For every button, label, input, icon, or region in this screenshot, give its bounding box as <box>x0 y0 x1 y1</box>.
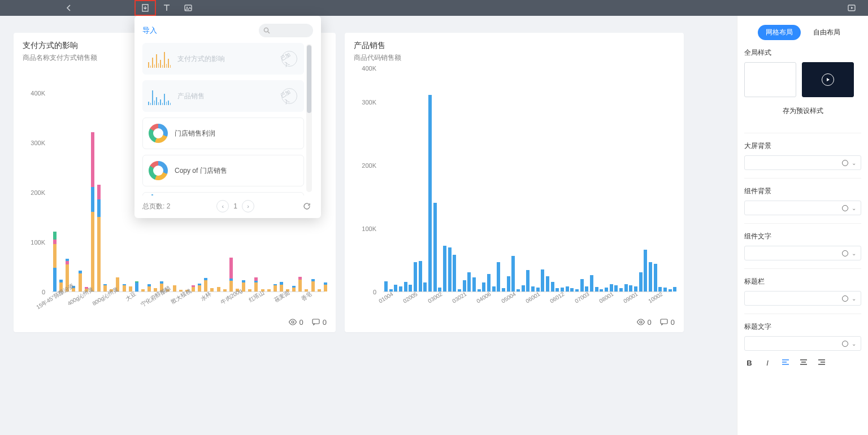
field-label: 标题文字 <box>744 322 861 332</box>
field-label: 组件背景 <box>744 186 861 196</box>
align-left-icon[interactable] <box>780 358 791 368</box>
layout-tabs: 网格布局 自由布局 <box>744 25 861 40</box>
import-icon[interactable] <box>134 0 156 16</box>
import-item[interactable]: 产品销售已加入 <box>142 80 304 112</box>
added-badge: 已加入 <box>281 88 297 104</box>
field-label: 大屏背景 <box>744 141 861 151</box>
side-panel: 网格布局 自由布局 全局样式 存为预设样式 大屏背景⌄组件背景⌄组件文字⌄标题栏… <box>737 16 868 435</box>
chart-card-right[interactable]: 产品销售 商品代码销售额 0100K200K300K400K 010040200… <box>345 33 684 332</box>
circle-icon <box>842 205 848 211</box>
back-button[interactable] <box>62 1 76 15</box>
eye-icon <box>636 317 645 327</box>
field-select[interactable]: ⌄ <box>744 246 861 260</box>
card-title: 产品销售 <box>354 41 675 51</box>
svg-point-5 <box>640 321 642 323</box>
search-icon <box>263 27 270 34</box>
field-select[interactable]: ⌄ <box>744 291 861 306</box>
image-icon[interactable] <box>177 0 199 16</box>
text-format-toolbar: B I <box>744 358 861 368</box>
chevron-down-icon: ⌄ <box>852 250 856 256</box>
donut-chart-icon <box>149 124 168 143</box>
align-center-icon[interactable] <box>798 358 809 368</box>
page-total-label: 总页数: 2 <box>142 202 170 211</box>
donut-chart-icon <box>149 161 168 180</box>
import-item[interactable]: 门店销售利润 <box>142 118 304 149</box>
eye-icon <box>288 317 297 327</box>
page-prev-button[interactable]: ‹ <box>216 200 229 212</box>
tab-grid-layout[interactable]: 网格布局 <box>758 25 801 40</box>
theme-dark[interactable] <box>802 62 854 97</box>
chevron-down-icon: ⌄ <box>852 205 856 211</box>
tab-free-layout[interactable]: 自由布局 <box>805 25 848 40</box>
field-select[interactable]: ⌄ <box>744 201 861 215</box>
canvas: 支付方式的影响 商品名称支付方式销售额 0100K200K300K400K 15… <box>0 16 737 435</box>
text-icon[interactable] <box>156 0 177 16</box>
field-select[interactable]: ⌄ <box>744 155 861 170</box>
comments-count: 0 <box>311 317 327 327</box>
page-next-button[interactable]: › <box>242 200 254 212</box>
field-label: 组件文字 <box>744 232 861 241</box>
comment-icon <box>659 317 669 327</box>
field-label: 标题栏 <box>744 277 861 286</box>
import-item-label: 支付方式的影响 <box>177 54 225 64</box>
import-item-label: 产品销售 <box>177 92 205 101</box>
import-panel: 导入 支付方式的影响已加入产品销售已加入门店销售利润Copy of 门店销售 总… <box>134 16 321 218</box>
svg-rect-4 <box>313 319 319 324</box>
import-panel-title: 导入 <box>142 25 157 36</box>
mini-bar-chart-icon <box>148 50 171 68</box>
import-item[interactable]: Copy of 门店销售 <box>142 155 304 186</box>
page-current: 1 <box>233 202 237 210</box>
circle-icon <box>842 250 848 256</box>
bold-icon[interactable]: B <box>744 358 754 368</box>
chevron-down-icon: ⌄ <box>852 160 856 166</box>
chart-right: 0100K200K300K400K 0100402005030020302104… <box>354 66 675 309</box>
card-footer: 0 0 <box>288 317 327 327</box>
import-item-label: 门店销售利润 <box>175 129 215 138</box>
play-circle-icon <box>822 73 834 86</box>
mini-bar-chart-icon <box>149 193 171 195</box>
circle-icon <box>842 295 848 302</box>
chevron-down-icon: ⌄ <box>852 295 856 302</box>
theme-light[interactable] <box>744 62 796 97</box>
views-count: 0 <box>636 317 652 327</box>
svg-point-7 <box>264 28 268 32</box>
italic-icon[interactable]: I <box>762 358 772 368</box>
field-select[interactable]: ⌄ <box>744 336 861 351</box>
section-global-style: 全局样式 <box>744 48 861 58</box>
import-item-label: Copy of 门店销售 <box>175 166 227 176</box>
card-subtitle: 商品代码销售额 <box>354 53 675 63</box>
added-badge: 已加入 <box>281 51 297 67</box>
refresh-button[interactable] <box>301 200 313 212</box>
circle-icon <box>842 341 848 347</box>
views-count: 0 <box>288 317 303 327</box>
svg-point-1 <box>186 7 188 8</box>
topbar <box>0 0 868 16</box>
import-search-input[interactable] <box>259 24 313 37</box>
comments-count: 0 <box>659 317 675 327</box>
import-item[interactable]: 支付方式的影响已加入 <box>142 43 304 75</box>
scrollbar[interactable] <box>306 44 312 192</box>
save-preset-button[interactable]: 存为预设样式 <box>744 102 861 125</box>
chevron-down-icon: ⌄ <box>852 341 856 347</box>
play-icon[interactable] <box>841 0 862 16</box>
card-footer: 0 0 <box>636 317 675 327</box>
svg-rect-6 <box>661 319 667 324</box>
mini-bar-chart-icon <box>148 87 171 105</box>
align-right-icon[interactable] <box>817 358 827 368</box>
circle-icon <box>842 160 848 166</box>
theme-thumbnails <box>744 62 861 97</box>
comment-icon <box>311 317 320 327</box>
svg-point-3 <box>292 321 294 323</box>
